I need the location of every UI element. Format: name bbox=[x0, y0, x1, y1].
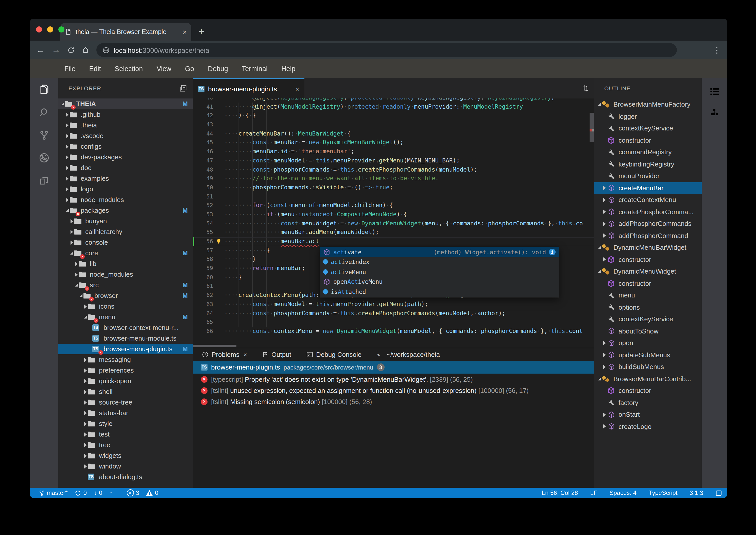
suggest-item[interactable]: activeMenu bbox=[320, 267, 559, 277]
status-branch[interactable]: master* bbox=[39, 489, 68, 496]
outline-item-keybindingregistry[interactable]: keybindingRegistry bbox=[594, 158, 702, 170]
code-line-45[interactable]: 45········const·menuBar·=·new·DynamicMen… bbox=[193, 138, 594, 147]
outline-item-createphosphorcomma-[interactable]: createPhosphorComma... bbox=[594, 206, 702, 218]
panel-tab--workspace-theia[interactable]: >_~/workspace/theia bbox=[377, 351, 440, 358]
tree-item-widgets[interactable]: widgets bbox=[58, 450, 193, 461]
code-line-54[interactable]: 54················const·menuWidget·=·new… bbox=[193, 219, 594, 228]
forward-icon[interactable]: → bbox=[52, 46, 60, 54]
tree-item-style[interactable]: style bbox=[58, 418, 193, 429]
outline-item-open[interactable]: open bbox=[594, 337, 702, 349]
outline-item-browsermenubarcontrib-[interactable]: BrowserMenuBarContrib... bbox=[594, 373, 702, 385]
status-lf[interactable]: LF bbox=[590, 489, 597, 496]
menu-item-terminal[interactable]: Terminal bbox=[242, 65, 268, 72]
tree-item-source-tree[interactable]: source-tree bbox=[58, 397, 193, 408]
status-sync[interactable]: 0 bbox=[75, 489, 87, 496]
menu-item-debug[interactable]: Debug bbox=[208, 65, 228, 72]
outline-item-commandregistry[interactable]: commandRegistry bbox=[594, 146, 702, 158]
outline-item-constructor[interactable]: constructor bbox=[594, 277, 702, 289]
collapse-all-icon[interactable] bbox=[179, 85, 187, 92]
outline-item-addphosphorcommand[interactable]: addPhosphorCommand bbox=[594, 230, 702, 241]
panel-tab-debug-console[interactable]: Debug Console bbox=[307, 351, 362, 358]
tree-item-status-bar[interactable]: status-bar bbox=[58, 408, 193, 418]
close-tab-icon[interactable]: × bbox=[183, 28, 187, 36]
debug-off-icon[interactable] bbox=[38, 152, 50, 164]
minimize-window-button[interactable] bbox=[47, 26, 53, 33]
outline-item-createlogo[interactable]: createLogo bbox=[594, 421, 702, 433]
status-down[interactable]: ↓0 bbox=[94, 489, 102, 496]
code-line-48[interactable]: 48········const·phosphorCommands·=·this.… bbox=[193, 165, 594, 174]
tree-item-tree[interactable]: tree bbox=[58, 439, 193, 450]
outline-item-createcontextmenu[interactable]: createContextMenu bbox=[594, 194, 702, 206]
editor-tab[interactable]: TS browser-menu-plugin.ts × bbox=[193, 78, 305, 99]
outline-item-abouttoshow[interactable]: aboutToShow bbox=[594, 325, 702, 337]
status-up[interactable]: ↑ bbox=[109, 489, 112, 496]
git-icon[interactable] bbox=[38, 129, 50, 141]
outline-item-constructor[interactable]: constructor bbox=[594, 254, 702, 266]
tree-item-test[interactable]: test bbox=[58, 429, 193, 439]
tree-item-configs[interactable]: configs bbox=[58, 141, 193, 152]
code-line-44[interactable]: 44····createMenuBar():·MenuBarWidget·{ bbox=[193, 129, 594, 138]
code-line-49[interactable]: 49········//·for·the·main·menu·we·want·a… bbox=[193, 174, 594, 183]
tree-item-browser-menu-plugin-ts[interactable]: TS×browser-menu-plugin.tsM bbox=[58, 344, 193, 354]
problem-row[interactable]: ×[tslint] Missing semicolon (semicolon) … bbox=[193, 396, 594, 407]
tree-item-callhierarchy[interactable]: callhierarchy bbox=[58, 226, 193, 237]
extensions-icon[interactable] bbox=[38, 175, 50, 187]
tree-item-examples[interactable]: examples bbox=[58, 173, 193, 184]
tree-item-browser[interactable]: ×browserM bbox=[58, 290, 193, 301]
close-window-button[interactable] bbox=[36, 26, 42, 33]
tree-item-about-dialog-ts[interactable]: TSabout-dialog.ts bbox=[58, 471, 193, 482]
back-icon[interactable]: ← bbox=[36, 46, 45, 54]
menu-item-help[interactable]: Help bbox=[281, 65, 296, 72]
suggest-item[interactable]: activate(method) Widget.activate(): void… bbox=[320, 247, 559, 257]
outline-item-contextkeyservice[interactable]: contextKeyService bbox=[594, 122, 702, 134]
tree-item-src[interactable]: ×srcM bbox=[58, 280, 193, 290]
outline-view-icon[interactable] bbox=[710, 88, 719, 95]
status-error[interactable]: ×3 bbox=[126, 489, 139, 496]
tree-item-core[interactable]: ×coreM bbox=[58, 248, 193, 258]
tree-item-preferences[interactable]: preferences bbox=[58, 365, 193, 376]
code-line-50[interactable]: 50········phosphorCommands.isVisible·=·(… bbox=[193, 183, 594, 192]
outline-item-browsermainmenufactory[interactable]: BrowserMainMenuFactory bbox=[594, 99, 702, 110]
outline-item-buildsubmenus[interactable]: buildSubMenus bbox=[594, 361, 702, 373]
code-line-53[interactable]: 53············if·(menu·instanceof·Compos… bbox=[193, 210, 594, 219]
tree-item-theia[interactable]: ×THEIAM bbox=[58, 99, 193, 109]
tree-item-quick-open[interactable]: quick-open bbox=[58, 376, 193, 386]
code-editor[interactable]: 40········@inject(KeybindingRegistry)·pr… bbox=[193, 99, 594, 348]
menu-item-file[interactable]: File bbox=[65, 65, 76, 72]
feedback-icon[interactable] bbox=[716, 490, 722, 496]
tree-item--github[interactable]: .github bbox=[58, 109, 193, 120]
tree-item-menu[interactable]: ×menuM bbox=[58, 312, 193, 322]
status-warning[interactable]: 0 bbox=[147, 489, 158, 496]
outline-item-menu[interactable]: menu bbox=[594, 289, 702, 301]
browser-menu-icon[interactable]: ⋮ bbox=[713, 45, 721, 55]
code-line-56[interactable]: 56················menuBar.act bbox=[193, 237, 594, 246]
code-line-52[interactable]: 52········for·(const·menu·of·menuModel.c… bbox=[193, 201, 594, 210]
code-line-64[interactable]: 64········const·phosphorCommands·=·this.… bbox=[193, 309, 594, 318]
status-ln-56-col-28[interactable]: Ln 56, Col 28 bbox=[542, 489, 578, 496]
address-bar[interactable]: localhost:3000/workspace/theia bbox=[96, 43, 677, 57]
scrollbar-thumb[interactable] bbox=[590, 113, 594, 142]
new-tab-button[interactable]: + bbox=[199, 26, 204, 38]
outline-item-constructor[interactable]: constructor bbox=[594, 385, 702, 397]
outline-item-dynamicmenubarwidget[interactable]: DynamicMenuBarWidget bbox=[594, 241, 702, 254]
zoom-window-button[interactable] bbox=[58, 26, 65, 33]
code-line-41[interactable]: 41········@inject(MenuModelRegistry)·pro… bbox=[193, 102, 594, 111]
outline-item-logger[interactable]: logger bbox=[594, 110, 702, 122]
tree-item-node-modules[interactable]: node_modules bbox=[58, 194, 193, 205]
outline-item-menuprovider[interactable]: menuProvider bbox=[594, 170, 702, 182]
code-line-43[interactable]: 43 bbox=[193, 120, 594, 129]
outline-item-constructor[interactable]: constructor bbox=[594, 134, 702, 146]
reload-icon[interactable] bbox=[68, 46, 75, 54]
suggest-item[interactable]: activeIndex bbox=[320, 257, 559, 267]
info-icon[interactable]: i bbox=[549, 249, 555, 256]
problem-row[interactable]: ×[typescript] Property 'act' does not ex… bbox=[193, 374, 594, 385]
menu-item-selection[interactable]: Selection bbox=[115, 65, 143, 72]
tree-item-logo[interactable]: logo bbox=[58, 184, 193, 194]
outline-item-updatesubmenus[interactable]: updateSubMenus bbox=[594, 349, 702, 361]
outline-item-onstart[interactable]: onStart bbox=[594, 408, 702, 421]
search-icon[interactable] bbox=[38, 106, 50, 118]
menu-item-go[interactable]: Go bbox=[185, 65, 194, 72]
suggest-item[interactable]: isAttached bbox=[320, 287, 559, 297]
menu-item-view[interactable]: View bbox=[156, 65, 171, 72]
code-line-55[interactable]: 55················menuBar.addMenu(menuWi… bbox=[193, 228, 594, 237]
